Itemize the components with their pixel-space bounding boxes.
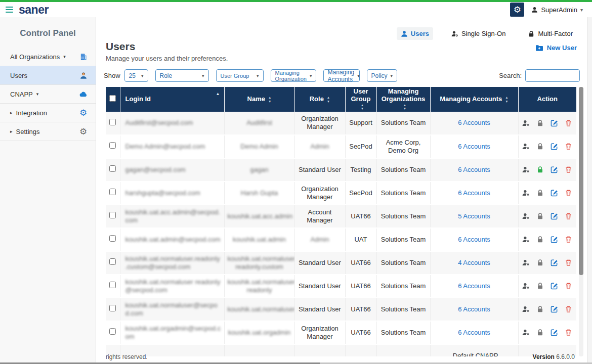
delete-icon[interactable] <box>565 166 572 173</box>
sort-icon: ▲▼ <box>403 103 406 110</box>
row-checkbox[interactable] <box>109 282 116 288</box>
cell-managing-accounts: 6 Accounts <box>430 321 518 344</box>
edit-icon[interactable] <box>551 329 558 336</box>
manage-user-roles-icon[interactable] <box>522 305 530 313</box>
user-group-filter-select[interactable]: User Group ▾ <box>216 69 264 82</box>
hamburger-menu-icon[interactable] <box>6 7 13 13</box>
accounts-link[interactable]: 4 Accounts <box>458 259 490 266</box>
delete-icon[interactable] <box>565 212 572 220</box>
delete-icon[interactable] <box>565 189 572 197</box>
manage-user-roles-icon[interactable] <box>522 259 530 266</box>
edit-icon[interactable] <box>551 259 558 266</box>
edit-icon[interactable] <box>551 189 558 197</box>
column-header-user-group[interactable]: User Group▲▼ <box>345 87 376 112</box>
edit-icon[interactable] <box>551 143 558 150</box>
lock-icon[interactable] <box>536 189 544 197</box>
accounts-link[interactable]: 6 Accounts <box>458 166 490 173</box>
managing-accounts-filter-select[interactable]: Managing Accounts ▾ <box>323 69 360 82</box>
accounts-link[interactable]: 6 Accounts <box>458 282 490 290</box>
policy-filter-select[interactable]: Policy ▾ <box>367 69 398 82</box>
row-checkbox[interactable] <box>109 258 116 265</box>
tab-single-sign-on[interactable]: Single Sign-On <box>447 27 510 40</box>
delete-icon[interactable] <box>565 305 572 313</box>
lock-icon[interactable] <box>536 329 544 336</box>
row-checkbox[interactable] <box>109 119 116 125</box>
accounts-link: _Default.CNAPP, <box>449 352 499 356</box>
lock-icon[interactable] <box>536 212 544 220</box>
manage-user-roles-icon[interactable] <box>522 143 530 150</box>
table-scrollbar-track[interactable] <box>579 87 583 356</box>
lock-icon[interactable] <box>536 282 544 290</box>
manage-user-roles-icon[interactable] <box>522 329 530 336</box>
managing-organization-filter-select[interactable]: Managing Organization ▾ <box>271 69 316 82</box>
cell-managing-accounts: 6 Accounts <box>430 135 518 158</box>
manage-user-roles-icon[interactable] <box>522 282 530 290</box>
edit-icon[interactable] <box>551 236 558 243</box>
caret-down-icon: ▾ <box>141 73 144 78</box>
manage-user-roles-icon[interactable] <box>522 119 530 127</box>
edit-icon[interactable] <box>551 305 558 313</box>
lock-icon[interactable] <box>536 259 544 266</box>
delete-icon[interactable] <box>565 329 572 336</box>
lock-icon[interactable] <box>536 305 544 313</box>
page-size-select[interactable]: 25 ▾ <box>124 69 148 82</box>
lock-icon[interactable] <box>536 143 544 150</box>
row-checkbox[interactable] <box>109 212 116 218</box>
delete-icon[interactable] <box>565 282 572 290</box>
header-settings-gear-icon[interactable]: ⚙ <box>510 3 524 17</box>
role-filter-select[interactable]: Role ▾ <box>155 69 209 82</box>
column-header-managing-organizations[interactable]: Managing Organizations▲▼ <box>376 87 430 112</box>
row-checkbox[interactable] <box>109 305 116 311</box>
search-input[interactable] <box>525 69 580 82</box>
edit-icon[interactable] <box>551 282 558 290</box>
accounts-link[interactable]: 6 Accounts <box>458 189 490 197</box>
lock-icon[interactable] <box>536 119 544 127</box>
accounts-link[interactable]: 6 Accounts <box>458 305 490 313</box>
manage-user-roles-icon[interactable] <box>522 166 530 173</box>
accounts-link[interactable]: 6 Accounts <box>458 143 490 150</box>
row-checkbox[interactable] <box>109 189 116 195</box>
select-all-checkbox[interactable] <box>109 95 116 102</box>
column-header-role[interactable]: Role▲▼ <box>294 87 345 112</box>
row-checkbox[interactable] <box>109 235 116 242</box>
delete-icon[interactable] <box>565 259 572 266</box>
edit-icon[interactable] <box>551 212 558 220</box>
page-scrollbar[interactable] <box>587 17 592 362</box>
delete-icon[interactable] <box>565 143 572 150</box>
sidebar-item-integration[interactable]: ▸ Integration ⚙ <box>0 104 96 122</box>
sidebar-item-all-organizations[interactable]: All Organizations ▾ <box>0 48 96 66</box>
sidebar-item-users[interactable]: Users <box>0 66 96 85</box>
delete-icon[interactable] <box>565 119 572 127</box>
edit-icon[interactable] <box>551 119 558 127</box>
tab-users[interactable]: Users <box>397 27 433 40</box>
cell-user-group: UAT66 <box>345 205 376 228</box>
accounts-link[interactable]: 6 Accounts <box>458 329 490 336</box>
accounts-link[interactable]: 6 Accounts <box>458 119 490 126</box>
accounts-link[interactable]: 5 Accounts <box>458 212 490 220</box>
user-icon <box>531 7 538 13</box>
new-user-button[interactable]: New User <box>535 44 577 52</box>
tab-multi-factor[interactable]: Multi-Factor <box>524 27 577 40</box>
sidebar-item-cnapp[interactable]: CNAPP ▾ <box>0 85 96 104</box>
manage-user-roles-icon[interactable] <box>522 212 530 220</box>
sidebar-item-settings[interactable]: ▸ Settings ⚙ <box>0 122 96 141</box>
manage-user-roles-icon[interactable] <box>522 189 530 197</box>
table-row: gagan@secpod.com gagan Standard User Tes… <box>106 158 576 181</box>
cell-login-id: koushik.uat.orgadmin@secpod.com <box>120 321 224 344</box>
edit-icon[interactable] <box>551 166 558 173</box>
user-menu[interactable]: SuperAdmin ▾ <box>524 6 592 14</box>
manage-user-roles-icon[interactable] <box>522 236 530 243</box>
lock-icon[interactable] <box>536 166 544 173</box>
cell-role: Account Manager <box>294 205 345 228</box>
delete-icon[interactable] <box>565 236 572 243</box>
accounts-link[interactable]: 6 Accounts <box>458 236 490 243</box>
column-header-managing-accounts[interactable]: Managing Accounts▲▼ <box>430 87 518 112</box>
cell-action <box>518 158 576 181</box>
column-header-login-id[interactable]: Login Id▲ <box>120 87 224 112</box>
row-checkbox[interactable] <box>109 165 116 172</box>
row-checkbox[interactable] <box>109 328 116 335</box>
row-checkbox[interactable] <box>109 142 116 149</box>
column-header-name[interactable]: Name▲▼ <box>224 87 294 112</box>
lock-icon[interactable] <box>536 236 544 243</box>
table-scrollbar-thumb[interactable] <box>579 87 583 275</box>
